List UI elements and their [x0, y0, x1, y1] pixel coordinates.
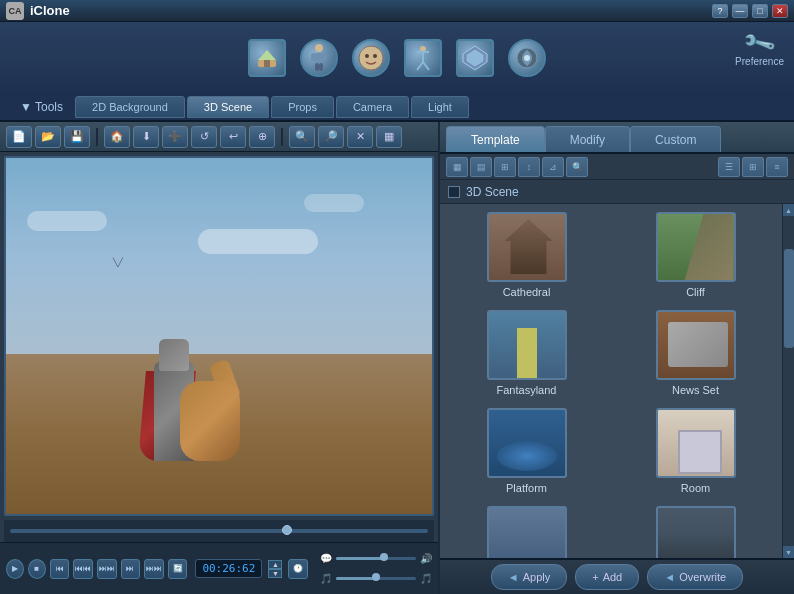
prev-key-button[interactable]: ⏮⏮: [73, 559, 93, 579]
preference-button[interactable]: 🔧 Preference: [735, 30, 784, 67]
ri-search[interactable]: 🔍: [566, 157, 588, 177]
cliff-thumb[interactable]: [656, 212, 736, 282]
scroll-down[interactable]: ▼: [783, 546, 795, 558]
app-title-area: CA iClone: [6, 2, 70, 20]
tab-bar: ▼ Tools 2D Background 3D Scene Props Cam…: [0, 94, 794, 122]
platform-thumb[interactable]: [487, 408, 567, 478]
face-tool-icon[interactable]: [351, 33, 391, 83]
tab-template[interactable]: Template: [446, 126, 545, 152]
scroll-thumb[interactable]: [784, 249, 794, 348]
room-thumb[interactable]: [656, 408, 736, 478]
clock-button[interactable]: 🕐: [288, 559, 308, 579]
add-scene-button[interactable]: ➕: [162, 126, 188, 148]
thumb-fantasyland[interactable]: Fantasyland: [448, 310, 605, 396]
svg-point-2: [315, 44, 323, 52]
ri-details[interactable]: ≡: [766, 157, 788, 177]
tab-camera[interactable]: Camera: [336, 96, 409, 118]
music-slider[interactable]: [336, 577, 416, 580]
scene-tool-icon[interactable]: [247, 33, 287, 83]
speech-thumb[interactable]: [380, 553, 388, 561]
svg-rect-6: [315, 63, 319, 71]
scroll-track[interactable]: [783, 216, 795, 546]
time-stepper[interactable]: ▲ ▼: [268, 560, 282, 578]
last-frame-button[interactable]: ⏭⏭: [144, 559, 164, 579]
next-key-button[interactable]: ⏭⏭: [97, 559, 117, 579]
thumb-extra1[interactable]: [448, 506, 605, 558]
maximize-button[interactable]: □: [752, 4, 768, 18]
time-down[interactable]: ▼: [268, 569, 282, 578]
minimize-button[interactable]: —: [732, 4, 748, 18]
close-button[interactable]: ✕: [772, 4, 788, 18]
right-scrollbar[interactable]: ▲ ▼: [782, 204, 794, 558]
new-button[interactable]: 📄: [6, 126, 32, 148]
ri-view3[interactable]: ⊞: [494, 157, 516, 177]
scrubber-bar[interactable]: [4, 520, 434, 542]
fantasyland-thumb[interactable]: [487, 310, 567, 380]
help-button[interactable]: ?: [712, 4, 728, 18]
scroll-up[interactable]: ▲: [783, 204, 795, 216]
fit-button[interactable]: ✕: [347, 126, 373, 148]
body-tool-icon[interactable]: [455, 33, 495, 83]
character-tool-icon[interactable]: [299, 33, 339, 83]
scene-checkbox[interactable]: [448, 186, 460, 198]
tab-3d-scene[interactable]: 3D Scene: [187, 96, 269, 118]
thumb-cliff[interactable]: Cliff: [617, 212, 774, 298]
ri-sort[interactable]: ↕: [518, 157, 540, 177]
open-button[interactable]: 📂: [35, 126, 61, 148]
time-up[interactable]: ▲: [268, 560, 282, 569]
save-button[interactable]: 💾: [64, 126, 90, 148]
scene-tree-label: 3D Scene: [466, 185, 519, 199]
left-panel: 📄 📂 💾 🏠 ⬇ ➕ ↺ ↩ ⊕ 🔍 🔎 ✕ ▦: [0, 122, 438, 594]
overwrite-arrow: ◄: [664, 571, 675, 583]
ri-grid[interactable]: ⊞: [742, 157, 764, 177]
home-button[interactable]: 🏠: [104, 126, 130, 148]
volume-row: 💬 🔊: [320, 551, 432, 567]
newsset-label: News Set: [672, 384, 719, 396]
scrubber[interactable]: [10, 529, 428, 533]
tab-light[interactable]: Light: [411, 96, 469, 118]
play-button[interactable]: ▶: [6, 559, 24, 579]
top-icon-group: [10, 33, 784, 83]
bird: ╲╱: [113, 258, 123, 267]
next-frame-button[interactable]: ⏭: [121, 559, 141, 579]
apply-button[interactable]: ◄ Apply: [491, 564, 567, 590]
add-button[interactable]: + Add: [575, 564, 639, 590]
ri-list[interactable]: ☰: [718, 157, 740, 177]
redo-button[interactable]: ↩: [220, 126, 246, 148]
view-button[interactable]: ▦: [376, 126, 402, 148]
svg-rect-7: [319, 63, 323, 71]
effect-tool-icon[interactable]: [507, 33, 547, 83]
zoom-out-button[interactable]: 🔎: [318, 126, 344, 148]
prev-frame-button[interactable]: ⏮: [50, 559, 70, 579]
cloud-3: [304, 194, 364, 212]
ri-filter[interactable]: ⊿: [542, 157, 564, 177]
tab-2d-background[interactable]: 2D Background: [75, 96, 185, 118]
cathedral-thumb[interactable]: [487, 212, 567, 282]
extra1-thumb[interactable]: [487, 506, 567, 558]
thumb-extra2[interactable]: [617, 506, 774, 558]
thumb-newsset[interactable]: News Set: [617, 310, 774, 396]
ri-view1[interactable]: ▦: [446, 157, 468, 177]
newsset-thumb[interactable]: [656, 310, 736, 380]
tab-modify[interactable]: Modify: [545, 126, 630, 152]
extra2-thumb[interactable]: [656, 506, 736, 558]
ri-view2[interactable]: ▤: [470, 157, 492, 177]
thumb-platform[interactable]: Platform: [448, 408, 605, 494]
undo-button[interactable]: ↺: [191, 126, 217, 148]
zoom-in-button[interactable]: 🔍: [289, 126, 315, 148]
tab-props[interactable]: Props: [271, 96, 334, 118]
motion-tool-icon[interactable]: [403, 33, 443, 83]
stop-button[interactable]: ■: [28, 559, 46, 579]
rotate-button[interactable]: ⊕: [249, 126, 275, 148]
speech-slider[interactable]: [336, 557, 416, 560]
svg-rect-1: [264, 60, 270, 67]
tab-custom[interactable]: Custom: [630, 126, 721, 152]
thumb-cathedral[interactable]: Cathedral: [448, 212, 605, 298]
download-button[interactable]: ⬇: [133, 126, 159, 148]
loop-button[interactable]: 🔄: [168, 559, 188, 579]
thumb-room[interactable]: Room: [617, 408, 774, 494]
overwrite-button[interactable]: ◄ Overwrite: [647, 564, 743, 590]
speech-fill: [336, 557, 384, 560]
music-thumb[interactable]: [372, 573, 380, 581]
scrubber-thumb[interactable]: [282, 525, 292, 535]
